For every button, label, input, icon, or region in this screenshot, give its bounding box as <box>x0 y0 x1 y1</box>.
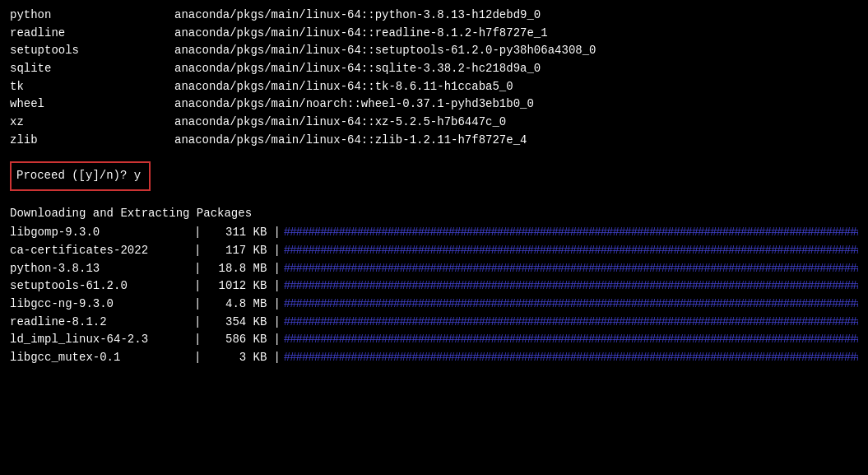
download-row: python-3.8.13|18.8 MB|##################… <box>10 260 858 278</box>
pkg-channel: anaconda/pkgs/main/linux-64::python-3.8.… <box>174 7 541 25</box>
pkg-channel: anaconda/pkgs/main/linux-64::tk-8.6.11-h… <box>174 78 513 96</box>
progress-bar: ########################################… <box>284 260 858 278</box>
dl-pkg-name: libgcc_mutex-0.1 <box>10 349 191 367</box>
download-row: ca-certificates-2022|117 KB|############… <box>10 242 858 260</box>
progress-bar: ########################################… <box>284 296 858 314</box>
dl-pkg-name: libgcc-ng-9.3.0 <box>10 296 191 314</box>
downloading-header: Downloading and Extracting Packages <box>10 204 858 222</box>
dl-size: 18.8 MB <box>204 260 270 278</box>
terminal: pythonanaconda/pkgs/main/linux-64::pytho… <box>0 0 868 475</box>
package-line: wheelanaconda/pkgs/main/noarch::wheel-0.… <box>10 95 858 114</box>
package-line: sqliteanaconda/pkgs/main/linux-64::sqlit… <box>10 60 858 78</box>
download-row: libgcc_mutex-0.1|3 KB|##################… <box>10 349 858 367</box>
download-row: libgomp-9.3.0|311 KB|###################… <box>10 224 858 242</box>
package-line: tkanaconda/pkgs/main/linux-64::tk-8.6.11… <box>10 78 858 96</box>
dl-size: 354 KB <box>204 314 270 332</box>
dl-pkg-name: ca-certificates-2022 <box>10 242 191 260</box>
dl-pkg-name: libgomp-9.3.0 <box>10 224 191 242</box>
dl-size: 3 KB <box>204 349 270 367</box>
dl-size: 4.8 MB <box>204 296 270 314</box>
dl-pkg-name: setuptools-61.2.0 <box>10 277 191 296</box>
progress-bar: ########################################… <box>284 314 858 332</box>
dl-size: 311 KB <box>204 224 270 242</box>
download-row: readline-8.1.2|354 KB|##################… <box>10 314 858 332</box>
pkg-name: tk <box>10 78 174 96</box>
pkg-channel: anaconda/pkgs/main/linux-64::zlib-1.2.11… <box>174 132 527 150</box>
dl-size: 1012 KB <box>204 277 270 296</box>
download-row: libgcc-ng-9.3.0|4.8 MB|#################… <box>10 296 858 314</box>
package-line: xzanaconda/pkgs/main/linux-64::xz-5.2.5-… <box>10 114 858 132</box>
package-line: readlineanaconda/pkgs/main/linux-64::rea… <box>10 25 858 43</box>
pkg-name: sqlite <box>10 60 174 78</box>
pkg-name: wheel <box>10 95 174 114</box>
pkg-name: xz <box>10 114 174 132</box>
dl-pkg-name: python-3.8.13 <box>10 260 191 278</box>
progress-bar: ########################################… <box>284 349 858 367</box>
pkg-name: python <box>10 7 174 25</box>
dl-pkg-name: readline-8.1.2 <box>10 314 191 332</box>
pkg-name: readline <box>10 25 174 43</box>
proceed-prompt: Proceed ([y]/n)? y <box>10 161 151 191</box>
dl-size: 117 KB <box>204 242 270 260</box>
pkg-channel: anaconda/pkgs/main/linux-64::sqlite-3.38… <box>174 60 541 78</box>
pkg-name: setuptools <box>10 42 174 60</box>
pkg-channel: anaconda/pkgs/main/linux-64::xz-5.2.5-h7… <box>174 114 506 132</box>
progress-bar: ########################################… <box>284 242 858 260</box>
progress-bar: ########################################… <box>284 331 858 349</box>
dl-size: 586 KB <box>204 331 270 349</box>
download-row: setuptools-61.2.0|1012 KB|##############… <box>10 277 858 296</box>
download-row: ld_impl_linux-64-2.3|586 KB|############… <box>10 331 858 349</box>
progress-bar: ########################################… <box>284 277 858 296</box>
progress-bar: ########################################… <box>284 224 858 242</box>
package-line: pythonanaconda/pkgs/main/linux-64::pytho… <box>10 7 858 25</box>
pkg-channel: anaconda/pkgs/main/linux-64::readline-8.… <box>174 25 548 43</box>
pkg-channel: anaconda/pkgs/main/linux-64::setuptools-… <box>174 42 596 60</box>
pkg-name: zlib <box>10 132 174 150</box>
package-line: zlibanaconda/pkgs/main/linux-64::zlib-1.… <box>10 132 858 150</box>
package-line: setuptoolsanaconda/pkgs/main/linux-64::s… <box>10 42 858 60</box>
dl-pkg-name: ld_impl_linux-64-2.3 <box>10 331 191 349</box>
pkg-channel: anaconda/pkgs/main/noarch::wheel-0.37.1-… <box>174 95 534 114</box>
